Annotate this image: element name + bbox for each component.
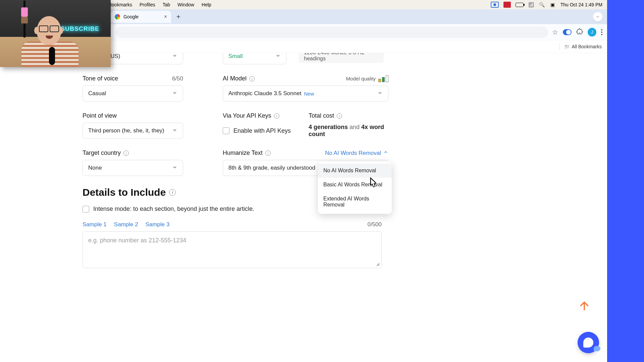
menu-profiles[interactable]: Profiles: [140, 2, 155, 7]
mouse-cursor-icon: [368, 177, 378, 188]
humanize-selected: No AI Words Removal: [325, 150, 381, 157]
toggle-pill-icon[interactable]: [563, 29, 572, 35]
address-bar[interactable]: [115, 26, 548, 38]
wifi-icon[interactable]: [528, 2, 534, 8]
profile-avatar[interactable]: J: [588, 28, 596, 37]
info-icon[interactable]: [123, 150, 129, 156]
cost-value: 4 generations and 4x word count: [309, 124, 396, 138]
country-value: None: [88, 165, 102, 171]
pov-select[interactable]: Third person (he, she, it, they): [83, 123, 183, 139]
extensions-icon[interactable]: [576, 28, 583, 36]
sample-1-link[interactable]: Sample 1: [83, 221, 107, 228]
details-textarea[interactable]: e.g. phone number as 212-555-1234: [83, 231, 382, 268]
tab-title: Google: [123, 14, 139, 19]
model-new-badge: New: [304, 91, 314, 97]
app-indicator-icon[interactable]: [503, 2, 511, 8]
sample-3-link[interactable]: Sample 3: [146, 221, 170, 228]
tone-label: Tone of voice: [83, 75, 118, 82]
tone-counter: 6/50: [172, 75, 183, 82]
model-label: AI Model: [223, 75, 247, 82]
bookmark-star-icon[interactable]: ☆: [552, 28, 558, 36]
info-icon[interactable]: [337, 113, 342, 119]
humanize-option-extended[interactable]: Extended AI Words Removal: [318, 192, 392, 212]
new-tab-button[interactable]: +: [174, 12, 183, 22]
info-icon[interactable]: [265, 150, 271, 156]
chevron-down-icon: [172, 90, 177, 97]
chevron-down-icon: [172, 127, 177, 134]
all-bookmarks-button[interactable]: All Bookmarks: [564, 44, 602, 49]
scroll-to-top-button[interactable]: [576, 298, 592, 314]
country-select[interactable]: None: [83, 160, 183, 176]
close-tab-icon[interactable]: ×: [164, 14, 167, 20]
size-note: 1200-2400 words, 5-8 H2 headings: [299, 53, 384, 63]
pov-label: Point of view: [83, 112, 117, 119]
presenter-person: [13, 13, 80, 67]
bookmarks-divider: [559, 43, 559, 50]
humanize-dropdown-menu: No AI Words Removal Basic AI Words Remov…: [318, 162, 392, 214]
control-center-icon[interactable]: [550, 2, 556, 8]
api-checkbox[interactable]: [223, 127, 229, 134]
menu-window[interactable]: Window: [177, 2, 194, 7]
battery-icon[interactable]: [516, 3, 524, 7]
tone-select[interactable]: Casual: [83, 85, 183, 102]
size-select[interactable]: Small: [223, 53, 286, 64]
sample-2-link[interactable]: Sample 2: [114, 221, 138, 228]
chevron-down-icon: [172, 165, 177, 172]
chevron-up-icon: [383, 149, 388, 157]
model-quality-label: Model quality: [346, 76, 376, 81]
info-icon[interactable]: [274, 113, 279, 119]
pov-value: Third person (he, she, it, they): [88, 127, 164, 134]
api-label: Via Your API Keys: [223, 112, 271, 119]
menu-help[interactable]: Help: [202, 2, 211, 7]
country-label: Target country: [83, 149, 121, 157]
info-icon[interactable]: [249, 76, 255, 81]
page-content: English (US) Small 1200-2400 words, 5-8 …: [0, 53, 607, 362]
chevron-down-icon: [377, 90, 383, 97]
humanize-label: Humanize Text: [223, 149, 263, 157]
size-value: Small: [228, 53, 243, 60]
right-blue-strip: [607, 0, 644, 362]
model-quality-bars-icon: [378, 75, 388, 82]
intense-mode-label: Intense mode: to each section, beyond ju…: [93, 205, 254, 213]
browser-tab[interactable]: Google ×: [111, 11, 171, 23]
menubar-datetime[interactable]: Thu Oct 24 1:49 PM: [560, 2, 602, 7]
chat-widget-button[interactable]: [578, 332, 599, 353]
webcam-overlay: SUBSCRIBE: [0, 0, 111, 67]
intense-mode-checkbox[interactable]: [83, 206, 89, 213]
tablist-dropdown-button[interactable]: [593, 12, 602, 21]
humanize-option-none[interactable]: No AI Words Removal: [318, 164, 392, 178]
chevron-down-icon: [275, 53, 281, 60]
humanize-option-basic[interactable]: Basic AI Words Removal: [318, 178, 392, 192]
menu-bookmarks[interactable]: Bookmarks: [109, 2, 132, 7]
chat-bubble-icon: [594, 346, 600, 351]
google-favicon-icon: [115, 14, 120, 19]
model-value: Anthropic Claude 3.5 Sonnet: [228, 90, 301, 97]
screen-record-icon[interactable]: [491, 2, 499, 8]
cost-label: Total cost: [309, 112, 334, 119]
humanize-dropdown-trigger[interactable]: No AI Words Removal: [325, 149, 388, 157]
chevron-down-icon: [172, 53, 177, 60]
details-heading-text: Details to Include: [83, 187, 166, 198]
api-checkbox-label: Enable with API Keys: [233, 127, 291, 134]
info-icon[interactable]: [169, 189, 176, 196]
tone-value: Casual: [88, 90, 106, 97]
spotlight-search-icon[interactable]: [539, 2, 545, 8]
model-select[interactable]: Anthropic Claude 3.5 Sonnet New: [223, 85, 388, 102]
menu-tab[interactable]: Tab: [163, 2, 170, 7]
humanize-value: 8th & 9th grade, easily understood: [228, 165, 315, 171]
details-placeholder: e.g. phone number as 212-555-1234: [88, 237, 186, 244]
browser-menu-icon[interactable]: [601, 29, 602, 35]
details-char-counter: 0/500: [367, 221, 382, 228]
